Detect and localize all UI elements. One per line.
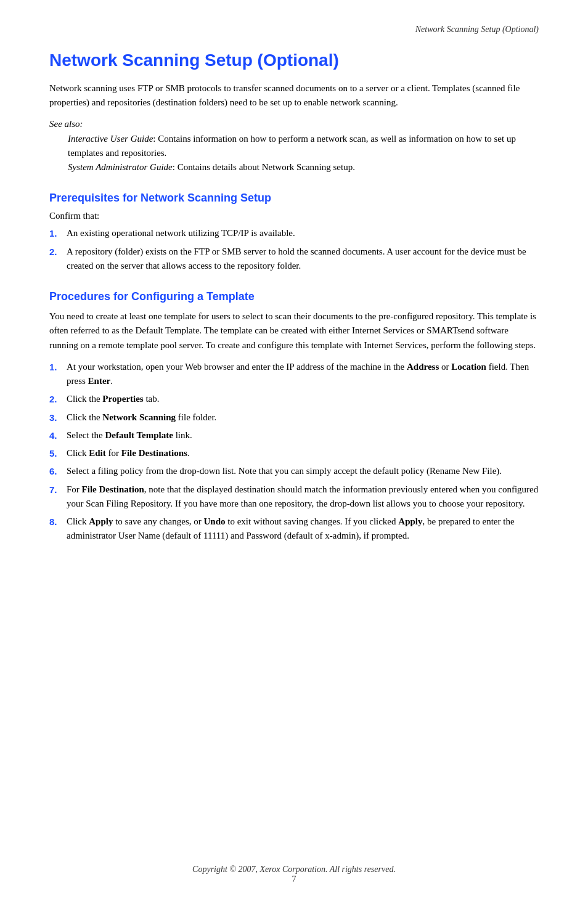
list-num-s2-5: 5.	[49, 446, 67, 460]
see-also-text-2: : Contains details about Network Scannin…	[173, 162, 355, 172]
list-num-s2-7: 7.	[49, 483, 67, 497]
see-also-item-2: System Administrator Guide: Contains det…	[68, 160, 539, 174]
list-num-s2-2: 2.	[49, 392, 67, 406]
list-num-s2-1: 1.	[49, 360, 67, 374]
confirm-text: Confirm that:	[49, 211, 539, 221]
list-content-s2-1: At your workstation, open your Web brows…	[67, 360, 539, 389]
see-also-label: See also:	[49, 119, 539, 129]
list-item: 3. Click the Network Scanning file folde…	[49, 410, 539, 425]
list-num-2: 2.	[49, 245, 67, 259]
list-num-1: 1.	[49, 226, 67, 240]
list-item: 6. Select a filing policy from the drop-…	[49, 464, 539, 478]
list-item: 5. Click Edit for File Destinations.	[49, 446, 539, 460]
list-content-s2-5: Click Edit for File Destinations.	[67, 446, 539, 460]
running-title: Network Scanning Setup (Optional)	[49, 25, 539, 38]
list-content-s2-8: Click Apply to save any changes, or Undo…	[67, 515, 539, 544]
section2-title: Procedures for Configuring a Template	[49, 290, 539, 303]
list-content-2: A repository (folder) exists on the FTP …	[67, 245, 539, 274]
list-item: 1. At your workstation, open your Web br…	[49, 360, 539, 389]
intro-paragraph: Network scanning uses FTP or SMB protoco…	[49, 81, 539, 110]
section1-list: 1. An existing operational network utili…	[49, 226, 539, 273]
list-item: 4. Select the Default Template link.	[49, 428, 539, 442]
list-content-s2-7: For File Destination, note that the disp…	[67, 483, 539, 512]
list-content-s2-4: Select the Default Template link.	[67, 428, 539, 442]
list-num-s2-3: 3.	[49, 410, 67, 425]
list-num-s2-8: 8.	[49, 515, 67, 529]
list-item: 1. An existing operational network utili…	[49, 226, 539, 240]
see-also-title-2: System Administrator Guide	[68, 162, 173, 172]
see-also-block: Interactive User Guide: Contains informa…	[68, 132, 539, 175]
list-num-s2-6: 6.	[49, 464, 67, 478]
list-item: 2. A repository (folder) exists on the F…	[49, 245, 539, 274]
list-item: 8. Click Apply to save any changes, or U…	[49, 515, 539, 544]
list-item: 7. For File Destination, note that the d…	[49, 483, 539, 512]
footer-page-number: 7	[0, 874, 588, 884]
see-also-item-1: Interactive User Guide: Contains informa…	[68, 132, 539, 161]
list-content-1: An existing operational network utilizin…	[67, 226, 539, 240]
footer: Copyright © 2007, Xerox Corporation. All…	[0, 865, 588, 884]
section2-intro: You need to create at least one template…	[49, 309, 539, 353]
list-content-s2-6: Select a filing policy from the drop-dow…	[67, 464, 539, 478]
footer-copyright: Copyright © 2007, Xerox Corporation. All…	[0, 865, 588, 874]
page-title: Network Scanning Setup (Optional)	[49, 51, 539, 70]
list-content-s2-3: Click the Network Scanning file folder.	[67, 410, 539, 425]
section1-title: Prerequisites for Network Scanning Setup	[49, 192, 539, 205]
list-item: 2. Click the Properties tab.	[49, 392, 539, 406]
list-content-s2-2: Click the Properties tab.	[67, 392, 539, 406]
see-also-title-1: Interactive User Guide	[68, 134, 153, 144]
list-num-s2-4: 4.	[49, 428, 67, 442]
section2-list: 1. At your workstation, open your Web br…	[49, 360, 539, 544]
page-container: Network Scanning Setup (Optional) Networ…	[0, 0, 588, 909]
